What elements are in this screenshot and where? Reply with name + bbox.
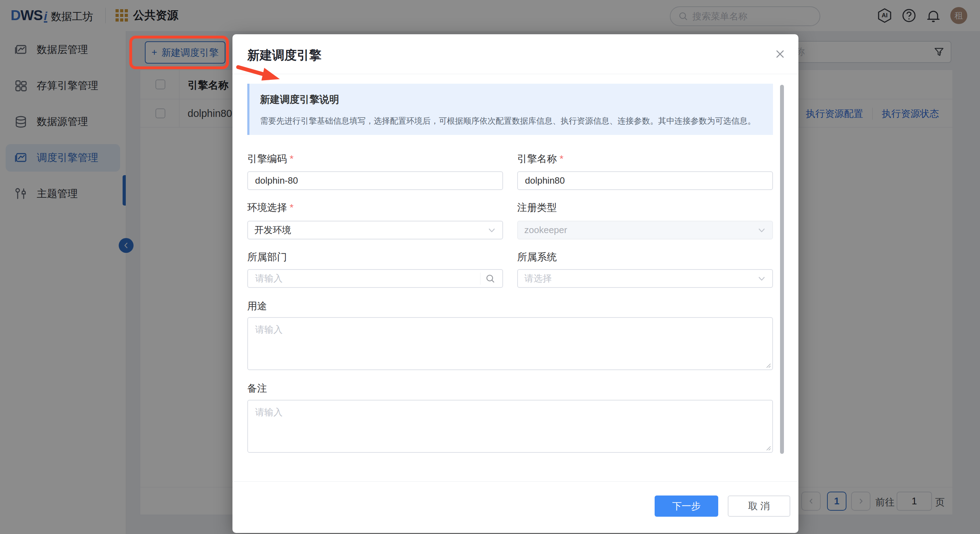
engine-name-label: 引擎名称* xyxy=(517,152,563,166)
remark-label: 备注 xyxy=(247,382,267,395)
remark-field[interactable] xyxy=(247,400,773,453)
modal-scrollbar[interactable] xyxy=(780,85,784,454)
system-select[interactable]: 请选择 xyxy=(517,269,773,288)
system-label: 所属系统 xyxy=(517,250,557,264)
engine-code-label: 引擎编码* xyxy=(247,152,294,166)
modal-header-divider xyxy=(232,74,799,74)
env-select[interactable]: 开发环境 xyxy=(247,221,503,240)
annotation-arrow-icon xyxy=(233,63,286,87)
usage-textarea[interactable] xyxy=(248,318,772,369)
register-type-select: zookeeper xyxy=(517,221,773,240)
resize-grip-icon[interactable] xyxy=(765,445,771,451)
annotation-highlight-box xyxy=(129,36,229,69)
new-engine-modal: 新建调度引擎 新建调度引擎说明 需要先进行引擎基础信息填写，选择配置环境后，可根… xyxy=(232,34,799,533)
notice-body: 需要先进行引擎基础信息填写，选择配置环境后，可根据顺序依次配置数据库信息、执行资… xyxy=(260,116,762,126)
chevron-down-icon xyxy=(757,226,766,235)
usage-field[interactable] xyxy=(247,317,773,370)
engine-code-field[interactable] xyxy=(247,171,503,190)
engine-code-input[interactable] xyxy=(255,175,495,186)
required-mark: * xyxy=(290,202,294,213)
close-icon[interactable] xyxy=(775,48,786,60)
screen: D WS i 数据工坊 公共资源 AI xyxy=(0,0,980,534)
required-mark: * xyxy=(290,153,294,164)
search-icon[interactable] xyxy=(485,274,495,284)
chevron-down-icon xyxy=(487,226,496,235)
department-label: 所属部门 xyxy=(247,250,287,264)
department-input[interactable] xyxy=(255,273,475,284)
remark-textarea[interactable] xyxy=(248,400,772,452)
notice-title: 新建调度引擎说明 xyxy=(260,93,762,106)
resize-grip-icon[interactable] xyxy=(765,362,771,368)
register-type-label: 注册类型 xyxy=(517,201,557,215)
required-mark: * xyxy=(560,153,563,164)
usage-label: 用途 xyxy=(247,299,267,313)
department-field[interactable] xyxy=(247,269,503,288)
engine-name-input[interactable] xyxy=(525,175,765,186)
input-divider xyxy=(480,273,480,284)
modal-footer-divider xyxy=(232,482,799,482)
env-label: 环境选择* xyxy=(247,201,294,215)
modal-title: 新建调度引擎 xyxy=(247,47,321,64)
next-step-button[interactable]: 下一步 xyxy=(655,496,718,517)
engine-name-field[interactable] xyxy=(517,171,773,190)
notice-banner: 新建调度引擎说明 需要先进行引擎基础信息填写，选择配置环境后，可根据顺序依次配置… xyxy=(247,84,773,135)
chevron-down-icon xyxy=(757,275,766,283)
cancel-button[interactable]: 取 消 xyxy=(728,496,790,517)
